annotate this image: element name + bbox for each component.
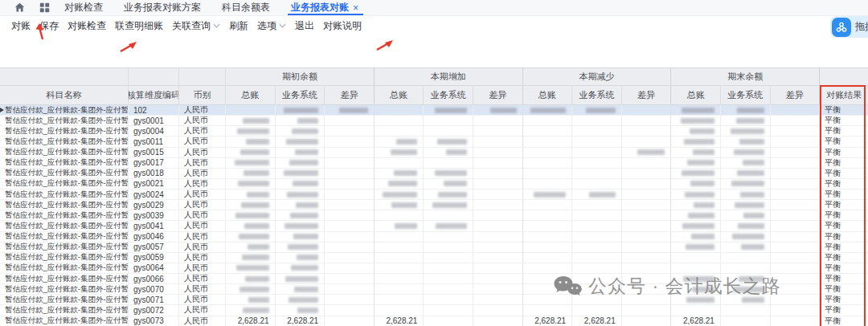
value-cell: [473, 179, 523, 189]
tab-close-icon[interactable]: ×: [353, 2, 358, 14]
table-row[interactable]: 暂估应付款_应付账款-集团外-应付暂估-货款gys0029人民币平衡: [0, 200, 868, 210]
table-row[interactable]: 暂估应付款_应付账款-集团外-应付暂估-货款gys0064人民币平衡: [0, 263, 868, 274]
value-cell: [424, 221, 473, 231]
table-row[interactable]: 暂估应付款_应付账款-集团外-应付暂估-货款102人民币平衡: [0, 105, 868, 116]
currency-cell: 人民币: [179, 274, 226, 284]
value-cell: [424, 137, 473, 147]
share-nodes-icon: [832, 18, 851, 37]
currency-cell: 人民币: [179, 232, 226, 242]
censored-value: [292, 128, 318, 134]
value-cell: [671, 221, 721, 231]
table-row[interactable]: 暂估应付款_应付账款-集团外-应付暂估-货款gys0066人民币平衡: [0, 274, 868, 284]
censored-value: [683, 276, 714, 282]
censored-value: [242, 255, 269, 260]
table-row[interactable]: 暂估应付款_应付账款-集团外-应付暂估-货款gys0001人民币平衡: [0, 116, 868, 126]
value-cell: [771, 274, 821, 284]
value-cell: 2,628.21: [276, 316, 326, 326]
value-cell: [671, 200, 721, 210]
table-row[interactable]: 暂估应付款_应付账款-集团外-应付暂估-货款gys0017人民币平衡: [0, 158, 868, 169]
censored-value: [437, 139, 467, 145]
censored-value: [435, 170, 467, 176]
value-cell: [226, 137, 276, 147]
value-cell: [671, 210, 721, 221]
table-row[interactable]: 暂估应付款_应付账款-集团外-应付暂估-货款gys0021人民币平衡: [0, 179, 868, 189]
toolbar-button-4[interactable]: 联查明细账: [115, 19, 163, 33]
value-cell: [226, 210, 276, 221]
table-row[interactable]: 暂估应付款_应付账款-集团外-应付暂估-货款gys0018人民币平衡: [0, 169, 868, 179]
column-header-8: 业务系统: [424, 86, 473, 105]
toolbar-button-5[interactable]: 关联查询: [172, 19, 220, 33]
table-row[interactable]: 暂估应付款_应付账款-集团外-应付暂估-货款gys0059人民币平衡: [0, 253, 868, 263]
value-cell: [572, 242, 622, 253]
drag-dock-button[interactable]: 拖拽: [830, 16, 868, 38]
value-cell: [771, 295, 821, 305]
toolbar-button-6[interactable]: 刷新: [229, 19, 248, 33]
table-row[interactable]: 暂估应付款_应付账款-集团外-应付暂估-货款gys0071人民币平衡: [0, 295, 868, 305]
table-row[interactable]: 暂估应付款_应付账款-集团外-应付暂估-货款gys0072人民币平衡: [0, 305, 868, 316]
toolbar-button-7[interactable]: 选项: [257, 19, 286, 33]
censored-value: [691, 234, 714, 239]
value-cell: [226, 169, 276, 179]
value-cell: [721, 232, 771, 242]
toolbar-button-3[interactable]: 对账检查: [68, 19, 106, 33]
censored-value: [293, 181, 318, 186]
column-header-7: 总账: [375, 86, 424, 105]
chevron-down-icon: [279, 23, 286, 28]
value-cell: [572, 295, 622, 305]
value-cell: [276, 189, 326, 200]
action-toolbar: 对账保存对账检查联查明细账关联查询刷新选项退出对账说明: [0, 17, 868, 35]
account-name-cell: 暂估应付款_应付账款-集团外-应付暂估-货款: [0, 221, 129, 231]
value-cell: [721, 158, 771, 169]
value-cell: [771, 137, 821, 147]
table-row[interactable]: 暂估应付款_应付账款-集团外-应付暂估-货款gys0057人民币平衡: [0, 242, 868, 253]
result-cell: 平衡: [820, 200, 868, 210]
censored-value: [684, 139, 714, 145]
dimension-code-cell: gys0041: [129, 221, 179, 231]
censored-value: [245, 276, 269, 282]
value-cell: [523, 295, 573, 305]
apps-grid-icon[interactable]: [39, 2, 50, 13]
value-cell: [671, 295, 721, 305]
value-cell: [622, 105, 672, 116]
censored-value: [438, 192, 467, 198]
toolbar-button-1[interactable]: 对账: [11, 19, 31, 33]
value-cell: [523, 200, 573, 210]
value-cell: [771, 116, 821, 126]
censored-value: [693, 149, 714, 155]
table-row[interactable]: 暂估应付款_应付账款-集团外-应付暂估-货款gys0011人民币平衡: [0, 137, 868, 147]
value-cell: [375, 137, 424, 147]
toolbar-button-9[interactable]: 对账说明: [323, 19, 362, 33]
value-cell: [671, 242, 721, 253]
value-cell: [276, 158, 326, 169]
table-row[interactable]: 暂估应付款_应付账款-集团外-应付暂估-货款gys0024人民币平衡: [0, 189, 868, 200]
tab-1[interactable]: 对账检查: [64, 0, 103, 15]
result-cell: 平衡: [820, 105, 868, 116]
toolbar-button-2[interactable]: 保存: [39, 19, 59, 33]
table-row[interactable]: 暂估应付款_应付账款-集团外-应付暂估-货款gys0046人民币平衡: [0, 232, 868, 242]
table-row[interactable]: 暂估应付款_应付账款-集团外-应付暂估-货款gys0073人民币2,628.21…: [0, 316, 868, 326]
value-cell: [424, 263, 473, 274]
toolbar-button-label: 关联查询: [172, 19, 211, 33]
tab-3[interactable]: 科目余额表: [222, 0, 270, 15]
value-cell: [771, 284, 821, 295]
table-row[interactable]: 暂估应付款_应付账款-集团外-应付暂估-货款gys0039人民币平衡: [0, 210, 868, 221]
table-row[interactable]: 暂估应付款_应付账款-集团外-应付暂估-货款gys0070人民币平衡: [0, 284, 868, 295]
value-cell: [226, 295, 276, 305]
currency-cell: 人民币: [179, 263, 226, 274]
table-row[interactable]: 暂估应付款_应付账款-集团外-应付暂估-货款gys0004人民币平衡: [0, 126, 868, 137]
value-cell: [721, 148, 771, 158]
result-cell: 平衡: [820, 305, 868, 316]
value-cell: [375, 116, 424, 126]
value-cell: [771, 210, 821, 221]
table-row[interactable]: 暂估应付款_应付账款-集团外-应付暂估-货款gys0041人民币平衡: [0, 221, 868, 231]
censored-value: [294, 287, 318, 292]
column-header-13: 总账: [671, 86, 721, 105]
home-icon[interactable]: [14, 2, 25, 13]
value-cell: [721, 221, 771, 231]
toolbar-button-8[interactable]: 退出: [295, 19, 314, 33]
tab-2[interactable]: 业务报表对账方案: [124, 0, 201, 15]
table-row[interactable]: 暂估应付款_应付账款-集团外-应付暂估-货款gys0015人民币平衡: [0, 148, 868, 158]
censored-value: [731, 128, 764, 134]
censored-value: [741, 244, 764, 250]
tab-4[interactable]: 业务报表对账×: [291, 0, 358, 15]
